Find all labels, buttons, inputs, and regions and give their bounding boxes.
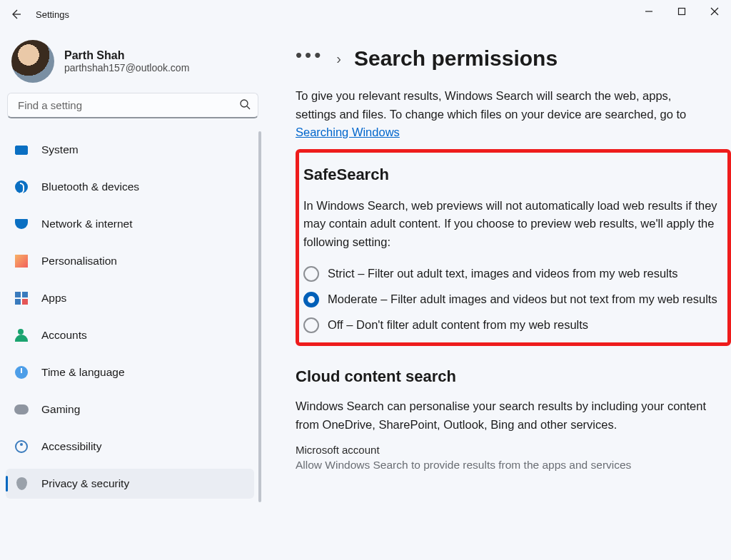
sidebar-item-label: Gaming <box>41 403 80 416</box>
safesearch-section: SafeSearch In Windows Search, web previe… <box>296 149 731 346</box>
close-button[interactable] <box>698 0 731 23</box>
page-title: Search permissions <box>354 46 558 71</box>
safesearch-heading: SafeSearch <box>303 166 722 184</box>
radio-label: Moderate – Filter adult images and video… <box>328 291 717 308</box>
sidebar-item-time[interactable]: Time & language <box>6 357 254 387</box>
radio-label: Off – Don't filter adult content from my… <box>328 317 588 334</box>
maximize-button[interactable] <box>665 0 698 23</box>
page-intro: To give you relevant results, Windows Se… <box>296 87 710 142</box>
sidebar-item-label: System <box>41 143 79 156</box>
sidebar-item-accounts[interactable]: Accounts <box>6 320 254 350</box>
chevron-right-icon: › <box>336 51 341 67</box>
breadcrumb-overflow-icon[interactable]: ••• <box>296 46 323 71</box>
safesearch-option-off[interactable]: Off – Don't filter adult content from my… <box>303 317 722 334</box>
safesearch-desc: In Windows Search, web previews will not… <box>303 197 722 252</box>
window-title: Settings <box>36 9 69 20</box>
cloud-heading: Cloud content search <box>296 367 731 386</box>
search-input[interactable] <box>16 98 239 112</box>
cloud-sub-desc: Allow Windows Search to provide results … <box>296 459 710 472</box>
sidebar-item-label: Time & language <box>41 366 125 379</box>
sidebar-item-privacy[interactable]: Privacy & security <box>6 469 254 499</box>
apps-icon <box>14 291 29 305</box>
sidebar-item-bluetooth[interactable]: Bluetooth & devices <box>6 172 254 202</box>
svg-rect-1 <box>679 9 685 15</box>
sidebar-item-label: Network & internet <box>41 218 133 230</box>
sidebar-scrollbar[interactable] <box>258 131 261 502</box>
svg-point-4 <box>241 100 248 107</box>
sidebar-item-label: Apps <box>41 292 66 305</box>
radio-icon <box>303 317 319 333</box>
radio-label: Strict – Filter out adult text, images a… <box>328 265 678 282</box>
cloud-desc: Windows Search can personalise your sear… <box>296 397 710 434</box>
sidebar-item-label: Personalisation <box>41 255 117 268</box>
clock-icon <box>14 365 29 380</box>
search-icon <box>239 98 251 113</box>
gamepad-icon <box>14 402 29 417</box>
profile-name: Parth Shah <box>64 49 189 62</box>
sidebar-item-personalisation[interactable]: Personalisation <box>6 246 254 276</box>
radio-icon <box>303 266 319 282</box>
sidebar-item-accessibility[interactable]: Accessibility <box>6 432 254 462</box>
radio-icon <box>303 292 319 307</box>
minimize-button[interactable] <box>632 0 665 23</box>
person-icon <box>14 328 29 342</box>
profile-email: parthshah157@outlook.com <box>64 62 189 73</box>
back-button[interactable] <box>3 1 29 27</box>
bluetooth-icon <box>14 180 29 194</box>
sidebar-item-label: Bluetooth & devices <box>41 180 139 193</box>
sidebar-item-system[interactable]: System <box>6 135 254 165</box>
shield-icon <box>14 477 29 491</box>
profile-block[interactable]: Parth Shah parthshah157@outlook.com <box>4 36 261 93</box>
safesearch-option-moderate[interactable]: Moderate – Filter adult images and video… <box>303 291 722 308</box>
avatar <box>11 40 54 83</box>
search-box[interactable] <box>7 93 258 118</box>
safesearch-option-strict[interactable]: Strict – Filter out adult text, images a… <box>303 265 722 282</box>
cloud-sub-label: Microsoft account <box>296 444 731 456</box>
sidebar-item-network[interactable]: Network & internet <box>6 209 254 239</box>
sidebar-item-label: Privacy & security <box>41 477 129 490</box>
sidebar-item-label: Accounts <box>41 329 87 342</box>
accessibility-icon <box>14 439 29 454</box>
system-icon <box>14 143 29 157</box>
sidebar-item-apps[interactable]: Apps <box>6 283 254 313</box>
svg-line-5 <box>247 106 250 109</box>
sidebar-item-gaming[interactable]: Gaming <box>6 394 254 424</box>
searching-windows-link[interactable]: Searching Windows <box>296 126 400 138</box>
sidebar-item-label: Accessibility <box>41 440 101 453</box>
brush-icon <box>14 254 29 268</box>
wifi-icon <box>14 217 29 231</box>
